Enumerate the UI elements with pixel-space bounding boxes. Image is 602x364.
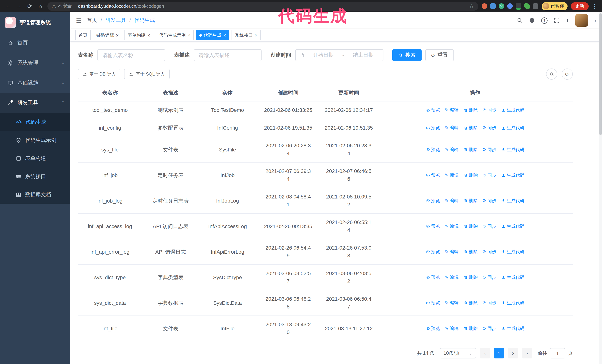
preview-link[interactable]: 预览 <box>425 222 440 230</box>
generate-code-link[interactable]: 生成代码 <box>501 324 524 332</box>
preview-link[interactable]: 预览 <box>425 299 440 307</box>
tag-form-builder[interactable]: 表单构建 × <box>124 30 153 40</box>
generate-code-link[interactable]: 生成代码 <box>501 197 524 205</box>
extension-icon-2[interactable] <box>490 3 496 9</box>
security-status[interactable]: ⚠ 不安全 <box>52 3 72 9</box>
sidebar-item-codegen-example[interactable]: 代码生成示例 <box>0 131 70 149</box>
browser-menu-button[interactable]: ⋮ <box>592 3 598 10</box>
tag-trace[interactable]: 链路追踪 × <box>93 30 122 40</box>
browser-forward-button[interactable]: → <box>15 3 22 9</box>
extension-icon-1[interactable] <box>482 3 487 9</box>
sidebar-toggle-icon[interactable]: ☰ <box>76 16 82 24</box>
import-sql-button[interactable]: 基于 SQL 导入 <box>124 69 170 79</box>
goto-page-input[interactable] <box>550 348 565 358</box>
browser-home-button[interactable]: ⌂ <box>37 3 44 9</box>
page-size-select[interactable]: 10条/页 ⌄ <box>440 348 476 358</box>
page-button-2[interactable]: 2 <box>508 348 518 358</box>
preview-link[interactable]: 预览 <box>425 146 440 154</box>
generate-code-link[interactable]: 生成代码 <box>501 248 524 256</box>
reset-button[interactable]: ⟳ 重置 <box>425 49 454 61</box>
breadcrumb-dev-tools[interactable]: 研发工具 <box>105 17 126 24</box>
search-button[interactable]: 搜索 <box>392 49 422 61</box>
browser-reload-button[interactable]: ⟳ <box>26 3 33 10</box>
delete-link[interactable]: 删除 <box>463 299 478 307</box>
help-icon[interactable]: ? <box>541 17 548 23</box>
table-name-input[interactable] <box>97 49 165 61</box>
close-icon[interactable]: × <box>187 33 190 38</box>
edit-link[interactable]: ✎ 编辑 <box>445 106 458 114</box>
sidebar-item-home[interactable]: 首页 <box>0 33 70 53</box>
sync-link[interactable]: ⟳ 同步 <box>483 197 496 205</box>
font-size-icon[interactable]: T <box>566 17 569 23</box>
sync-link[interactable]: ⟳ 同步 <box>483 124 496 132</box>
user-avatar[interactable] <box>576 14 588 27</box>
sidebar-item-dev-tools[interactable]: 研发工具 ⌃ <box>0 93 70 113</box>
sidebar-item-system-api[interactable]: 系统接口 <box>0 167 70 186</box>
delete-link[interactable]: 删除 <box>463 146 478 154</box>
scrollbar-thumb[interactable] <box>599 13 602 135</box>
edit-link[interactable]: ✎ 编辑 <box>445 248 458 256</box>
browser-profile-paused-badge[interactable]: 已暂停 <box>542 2 568 10</box>
sync-link[interactable]: ⟳ 同步 <box>483 146 496 154</box>
sync-link[interactable]: ⟳ 同步 <box>483 273 496 281</box>
preview-link[interactable]: 预览 <box>425 248 440 256</box>
close-icon[interactable]: × <box>223 33 226 38</box>
fullscreen-icon[interactable] <box>554 17 560 23</box>
sidebar-item-form-builder[interactable]: 表单构建 <box>0 149 70 167</box>
tag-system-api[interactable]: 系统接口 × <box>232 30 261 40</box>
import-db-button[interactable]: 基于 DB 导入 <box>78 69 121 79</box>
prev-page-button[interactable]: ‹ <box>480 348 490 358</box>
delete-link[interactable]: 删除 <box>463 197 478 205</box>
edit-link[interactable]: ✎ 编辑 <box>445 324 458 332</box>
sidebar-item-codegen[interactable]: </> 代码生成 <box>0 113 70 131</box>
sync-link[interactable]: ⟳ 同步 <box>483 248 496 256</box>
edit-link[interactable]: ✎ 编辑 <box>445 299 458 307</box>
extension-icon-6[interactable] <box>524 3 530 9</box>
delete-link[interactable]: 删除 <box>463 324 478 332</box>
sync-link[interactable]: ⟳ 同步 <box>483 324 496 332</box>
preview-link[interactable]: 预览 <box>425 197 440 205</box>
sidebar-item-infrastructure[interactable]: 基础设施 ⌄ <box>0 73 70 93</box>
page-button-1[interactable]: 1 <box>494 348 504 358</box>
refresh-table-button[interactable]: ⟳ <box>562 69 573 80</box>
search-icon[interactable] <box>517 17 523 23</box>
vue-devtools-extension-icon[interactable]: V <box>499 3 504 9</box>
preview-link[interactable]: 预览 <box>425 324 440 332</box>
sidebar-item-system[interactable]: 系统管理 ⌄ <box>0 53 70 73</box>
edit-link[interactable]: ✎ 编辑 <box>445 171 458 179</box>
close-icon[interactable]: × <box>255 33 258 38</box>
generate-code-link[interactable]: 生成代码 <box>501 273 524 281</box>
sync-link[interactable]: ⟳ 同步 <box>483 106 496 114</box>
close-icon[interactable]: × <box>116 33 119 38</box>
delete-link[interactable]: 删除 <box>463 171 478 179</box>
breadcrumb-home[interactable]: 首页 <box>87 17 97 24</box>
app-logo[interactable]: 芋道管理系统 <box>0 12 70 33</box>
github-icon[interactable] <box>529 17 535 23</box>
generate-code-link[interactable]: 生成代码 <box>501 222 524 230</box>
browser-update-button[interactable]: 更新 <box>571 2 589 10</box>
delete-link[interactable]: 删除 <box>463 124 478 132</box>
date-range-picker[interactable]: 开始日期 - 结束日期 <box>295 49 383 61</box>
sync-link[interactable]: ⟳ 同步 <box>483 299 496 307</box>
preview-link[interactable]: 预览 <box>425 171 440 179</box>
tag-codegen-example[interactable]: 代码生成示例 × <box>156 30 194 40</box>
edit-link[interactable]: ✎ 编辑 <box>445 197 458 205</box>
delete-link[interactable]: 删除 <box>463 106 478 114</box>
generate-code-link[interactable]: 生成代码 <box>501 299 524 307</box>
generate-code-link[interactable]: 生成代码 <box>501 171 524 179</box>
browser-back-button[interactable]: ← <box>4 3 12 9</box>
edit-link[interactable]: ✎ 编辑 <box>445 146 458 154</box>
sync-link[interactable]: ⟳ 同步 <box>483 222 496 230</box>
generate-code-link[interactable]: 生成代码 <box>501 124 524 132</box>
delete-link[interactable]: 删除 <box>463 248 478 256</box>
extension-icon-4[interactable] <box>507 3 513 9</box>
generate-code-link[interactable]: 生成代码 <box>501 146 524 154</box>
preview-link[interactable]: 预览 <box>425 106 440 114</box>
preview-link[interactable]: 预览 <box>425 273 440 281</box>
edit-link[interactable]: ✎ 编辑 <box>445 273 458 281</box>
generate-code-link[interactable]: 生成代码 <box>501 106 524 114</box>
edit-link[interactable]: ✎ 编辑 <box>445 124 458 132</box>
delete-link[interactable]: 删除 <box>463 222 478 230</box>
edit-link[interactable]: ✎ 编辑 <box>445 222 458 230</box>
tag-codegen[interactable]: 代码生成 × <box>196 30 229 40</box>
